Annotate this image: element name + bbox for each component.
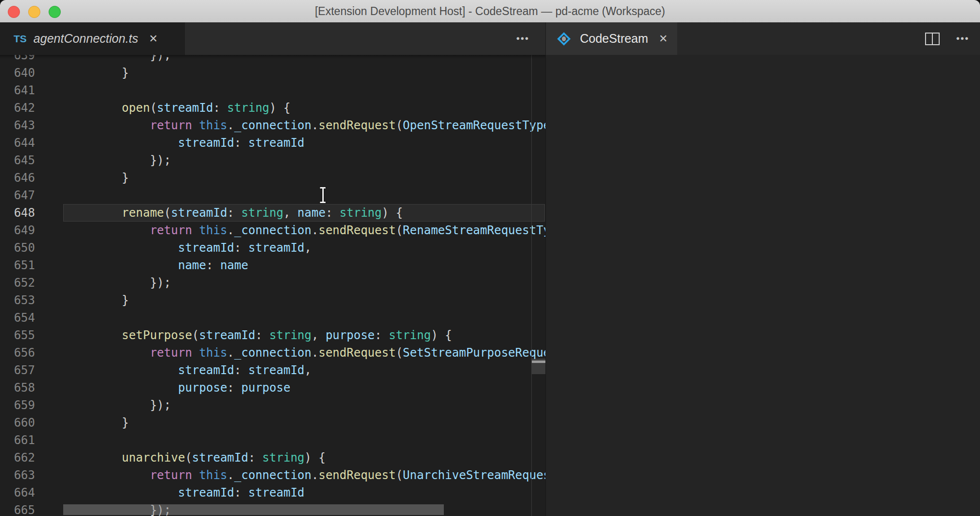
- line-number: 646: [0, 169, 35, 187]
- titlebar[interactable]: [Extension Development Host] - CodeStrea…: [0, 0, 980, 23]
- line-number: 660: [0, 414, 35, 431]
- code-line[interactable]: 661: [0, 431, 545, 449]
- horizontal-scrollbar-slider[interactable]: [63, 504, 444, 515]
- tab-codestream[interactable]: CodeStream ✕: [546, 22, 677, 55]
- code-text: return this._connection.sendRequest(Unar…: [66, 468, 545, 482]
- code-text: streamId: streamId: [66, 486, 304, 499]
- code-line[interactable]: 659 });: [0, 396, 545, 414]
- code-line[interactable]: 660 }: [0, 414, 545, 431]
- line-number: 655: [0, 327, 35, 344]
- panel-tab-title: CodeStream: [580, 32, 648, 46]
- code-line[interactable]: 646 }: [0, 169, 545, 187]
- tabbar-scroll-shadow: [0, 55, 545, 59]
- line-number: 647: [0, 187, 35, 204]
- code-text: });: [66, 154, 171, 167]
- panel-actions: •••: [925, 22, 969, 55]
- panel-more-icon[interactable]: •••: [956, 33, 969, 44]
- code-line[interactable]: 663 return this._connection.sendRequest(…: [0, 466, 545, 484]
- code-lines: 639 });640 }641642 open(streamId: string…: [0, 55, 545, 516]
- code-line[interactable]: 645 });: [0, 152, 545, 169]
- code-line[interactable]: 662 unarchive(streamId: string) {: [0, 449, 545, 466]
- line-number: 653: [0, 292, 35, 309]
- line-number: 663: [0, 466, 35, 484]
- code-line[interactable]: 642 open(streamId: string) {: [0, 99, 545, 117]
- code-line[interactable]: 657 streamId: streamId,: [0, 361, 545, 379]
- tab-agentconnection[interactable]: TS agentConnection.ts ✕: [0, 22, 185, 55]
- code-text: setPurpose(streamId: string, purpose: st…: [66, 328, 452, 342]
- code-text: unarchive(streamId: string) {: [66, 451, 326, 464]
- code-text: });: [66, 398, 171, 412]
- line-number: 649: [0, 222, 35, 239]
- code-text: rename(streamId: string, name: string) {: [66, 206, 403, 220]
- code-line[interactable]: 654: [0, 309, 545, 327]
- code-line[interactable]: 664 streamId: streamId: [0, 484, 545, 501]
- codestream-logo-icon: [556, 31, 572, 47]
- code-line[interactable]: 658 purpose: purpose: [0, 379, 545, 396]
- line-number: 651: [0, 257, 35, 274]
- code-line[interactable]: 641: [0, 82, 545, 99]
- code-text: streamId: streamId: [66, 136, 304, 150]
- mouse-ibeam-cursor: [318, 187, 327, 203]
- code-text: }: [66, 66, 129, 80]
- code-editor[interactable]: 639 });640 }641642 open(streamId: string…: [0, 55, 545, 516]
- line-number: 665: [0, 501, 35, 516]
- code-line[interactable]: 649 return this._connection.sendRequest(…: [0, 222, 545, 239]
- code-line[interactable]: 653 }: [0, 292, 545, 309]
- code-text: name: name: [66, 258, 248, 272]
- code-line[interactable]: 643 return this._connection.sendRequest(…: [0, 117, 545, 134]
- code-text: }: [66, 293, 129, 307]
- code-line[interactable]: 640 }: [0, 64, 545, 82]
- code-line[interactable]: 651 name: name: [0, 257, 545, 274]
- code-line[interactable]: 656 return this._connection.sendRequest(…: [0, 344, 545, 361]
- code-line[interactable]: 647: [0, 187, 545, 204]
- line-number: 664: [0, 484, 35, 501]
- code-line[interactable]: 648 rename(streamId: string, name: strin…: [0, 204, 545, 222]
- code-line[interactable]: 644 streamId: streamId: [0, 134, 545, 152]
- code-text: return this._connection.sendRequest(Rena…: [66, 224, 545, 237]
- codestream-panel-content: [545, 55, 980, 516]
- editor-actions-more-icon[interactable]: •••: [516, 22, 529, 55]
- split-editor-icon[interactable]: [925, 33, 940, 45]
- window-title: [Extension Development Host] - CodeStrea…: [0, 0, 980, 22]
- line-number: 661: [0, 431, 35, 449]
- line-number: 652: [0, 274, 35, 292]
- code-text: purpose: purpose: [66, 381, 290, 395]
- typescript-file-icon: TS: [14, 33, 27, 45]
- tab-filename: agentConnection.ts: [34, 32, 138, 46]
- line-number: 645: [0, 152, 35, 169]
- code-text: streamId: streamId,: [66, 363, 312, 377]
- line-number: 657: [0, 361, 35, 379]
- line-number: 658: [0, 379, 35, 396]
- code-text: open(streamId: string) {: [66, 101, 290, 115]
- tab-strip: TS agentConnection.ts ✕ ••• CodeStream ✕…: [0, 22, 980, 55]
- code-text: return this._connection.sendRequest(Open…: [66, 119, 545, 132]
- line-number: 656: [0, 344, 35, 361]
- line-number: 654: [0, 309, 35, 327]
- vscode-window: [Extension Development Host] - CodeStrea…: [0, 0, 980, 516]
- code-line[interactable]: 650 streamId: streamId,: [0, 239, 545, 257]
- code-text: }: [66, 416, 129, 430]
- line-number: 644: [0, 134, 35, 152]
- line-number: 650: [0, 239, 35, 257]
- code-text: streamId: streamId,: [66, 241, 312, 255]
- line-number: 643: [0, 117, 35, 134]
- code-text: });: [66, 276, 171, 290]
- vertical-scrollbar-track: [531, 55, 532, 516]
- line-number: 641: [0, 82, 35, 99]
- code-text: return this._connection.sendRequest(SetS…: [66, 346, 545, 360]
- line-number: 642: [0, 99, 35, 117]
- line-number: 659: [0, 396, 35, 414]
- close-panel-icon[interactable]: ✕: [659, 33, 667, 45]
- code-line[interactable]: 652 });: [0, 274, 545, 292]
- line-number: 648: [0, 204, 35, 222]
- overview-ruler-marker: [532, 361, 545, 363]
- line-number: 662: [0, 449, 35, 466]
- code-text: }: [66, 171, 129, 185]
- close-tab-icon[interactable]: ✕: [149, 33, 158, 45]
- code-line[interactable]: 655 setPurpose(streamId: string, purpose…: [0, 327, 545, 344]
- line-number: 640: [0, 64, 35, 82]
